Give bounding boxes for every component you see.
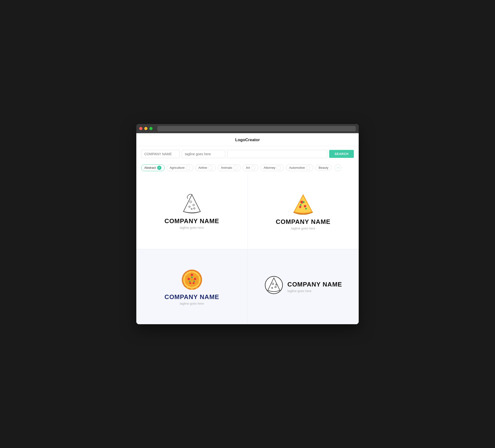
filter-next-button[interactable]: → xyxy=(334,164,341,171)
search-bar: SEARCH xyxy=(136,146,359,162)
filter-animals[interactable]: Animals ✓ xyxy=(218,164,241,171)
filter-bar: Abstract ✓ Agriculture ✓ Airline ✓ Anima… xyxy=(136,162,359,174)
filter-agriculture[interactable]: Agriculture ✓ xyxy=(166,164,193,171)
minimize-button[interactable] xyxy=(144,127,147,130)
filter-art-label: Art xyxy=(246,166,250,169)
logo-4-tagline: tagline goes here xyxy=(287,289,342,293)
svg-point-29 xyxy=(272,283,274,285)
svg-point-0 xyxy=(190,201,192,203)
extra-input[interactable] xyxy=(227,150,327,158)
filter-abstract-check: ✓ xyxy=(157,166,162,170)
filter-airline-label: Airline xyxy=(198,166,207,169)
svg-point-27 xyxy=(196,287,198,288)
app-title-text: LogoCreator xyxy=(235,138,260,142)
svg-point-18 xyxy=(188,278,190,280)
app-body: LogoCreator SEARCH Abstract ✓ Agricultur… xyxy=(136,133,359,324)
filter-beauty[interactable]: Beauty xyxy=(316,165,331,171)
logo-card-4[interactable]: COMPANY NAME tagline goes here xyxy=(248,249,359,324)
svg-point-25 xyxy=(191,288,193,290)
logo-2-company-name: COMPANY NAME xyxy=(276,218,330,225)
search-button[interactable]: SEARCH xyxy=(329,150,354,158)
logo-icon-2 xyxy=(291,193,315,215)
svg-point-1 xyxy=(193,204,194,206)
filter-beauty-label: Beauty xyxy=(318,166,328,169)
maximize-button[interactable] xyxy=(149,127,152,130)
logo-3-company-name: COMPANY NAME xyxy=(165,293,219,301)
svg-point-20 xyxy=(189,282,191,284)
filter-art[interactable]: Art ✓ xyxy=(243,164,259,171)
filter-agriculture-check: ✓ xyxy=(186,166,190,170)
svg-point-30 xyxy=(275,286,276,288)
svg-point-23 xyxy=(189,281,191,282)
filter-art-check: ✓ xyxy=(251,166,255,170)
filter-abstract[interactable]: Abstract ✓ xyxy=(141,164,165,171)
logo-4-text-col: COMPANY NAME tagline goes here xyxy=(287,281,342,293)
svg-point-21 xyxy=(193,282,194,284)
logo-1-tagline: tagline goes here xyxy=(180,226,204,229)
svg-point-10 xyxy=(305,208,307,209)
tagline-input[interactable] xyxy=(182,150,225,158)
filter-automotive[interactable]: Automotive ✓ xyxy=(286,164,314,171)
filter-attorney[interactable]: Attorney ✓ xyxy=(261,164,284,171)
svg-point-26 xyxy=(186,287,188,288)
filter-automotive-check: ✓ xyxy=(306,166,310,170)
filter-attorney-check: ✓ xyxy=(276,166,281,170)
url-bar[interactable] xyxy=(157,126,356,131)
filter-attorney-label: Attorney xyxy=(264,166,275,169)
logo-1-company-name: COMPANY NAME xyxy=(165,217,219,225)
logo-2-tagline: tagline goes here xyxy=(291,226,315,230)
filter-agriculture-label: Agriculture xyxy=(170,166,185,169)
logo-grid: COMPANY NAME tagline goes here xyxy=(136,174,359,324)
app-title: LogoCreator xyxy=(136,133,359,146)
logo-icon-3 xyxy=(181,268,203,290)
svg-point-31 xyxy=(272,287,273,288)
svg-point-2 xyxy=(189,206,190,208)
logo-3-tagline: tagline goes here xyxy=(180,302,204,305)
logo-4-company-name: COMPANY NAME xyxy=(287,281,342,288)
logo-card-1[interactable]: COMPANY NAME tagline goes here xyxy=(136,174,248,249)
filter-abstract-label: Abstract xyxy=(144,166,156,169)
svg-point-8 xyxy=(302,201,304,203)
svg-point-7 xyxy=(299,206,302,208)
svg-point-6 xyxy=(304,205,306,208)
filter-animals-label: Animals xyxy=(221,166,232,169)
svg-point-17 xyxy=(191,274,193,276)
filter-automotive-label: Automotive xyxy=(289,166,305,169)
logo-icon-1 xyxy=(181,193,203,214)
svg-point-24 xyxy=(193,281,195,282)
app-window: LogoCreator SEARCH Abstract ✓ Agricultur… xyxy=(136,124,359,324)
svg-point-3 xyxy=(193,208,195,209)
svg-point-9 xyxy=(300,204,302,206)
titlebar xyxy=(136,124,359,133)
logo-card-3[interactable]: COMPANY NAME tagline goes here xyxy=(136,249,248,324)
close-button[interactable] xyxy=(139,127,142,130)
company-name-input[interactable] xyxy=(141,150,180,158)
logo-icon-4 xyxy=(264,275,284,295)
svg-point-22 xyxy=(191,276,193,278)
logo-card-2[interactable]: COMPANY NAME tagline goes here xyxy=(248,174,359,249)
filter-airline[interactable]: Airline ✓ xyxy=(195,164,216,171)
svg-point-32 xyxy=(276,284,277,285)
svg-point-4 xyxy=(191,209,192,210)
filter-airline-check: ✓ xyxy=(208,166,213,170)
filter-animals-check: ✓ xyxy=(233,166,238,170)
svg-point-19 xyxy=(194,278,196,280)
